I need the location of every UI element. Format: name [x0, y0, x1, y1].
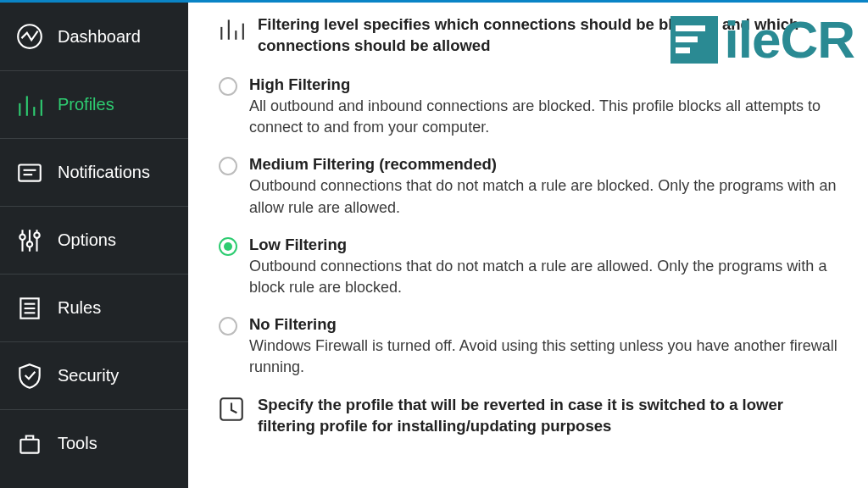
radio-medium[interactable]	[219, 157, 237, 175]
radio-low[interactable]	[219, 237, 237, 256]
filtering-level-title: Filtering level specifies which connecti…	[258, 14, 844, 57]
option-title: No Filtering	[249, 315, 844, 334]
option-desc: All outbound and inbound connections are…	[249, 96, 844, 138]
sidebar: Dashboard Profiles Notifications Options…	[0, 3, 188, 488]
sidebar-item-label: Rules	[58, 298, 101, 318]
sidebar-item-notifications[interactable]: Notifications	[0, 138, 188, 206]
option-no-filtering[interactable]: No Filtering Windows Firewall is turned …	[219, 315, 844, 378]
option-medium-filtering[interactable]: Medium Filtering (recommended) Outbound …	[219, 155, 844, 218]
svg-rect-18	[20, 439, 38, 452]
rules-icon	[15, 294, 44, 323]
sidebar-item-label: Dashboard	[58, 27, 141, 47]
radio-high[interactable]	[219, 77, 237, 96]
option-title: Medium Filtering (recommended)	[249, 155, 844, 174]
revert-profile-header: Specify the profile that will be reverte…	[217, 395, 844, 437]
sidebar-item-label: Profiles	[58, 95, 114, 114]
revert-icon	[217, 395, 246, 424]
bars-icon	[217, 14, 246, 43]
shield-icon	[15, 362, 44, 391]
option-title: Low Filtering	[249, 236, 844, 254]
sidebar-item-security[interactable]: Security	[0, 341, 188, 409]
option-desc: Outbound connections that do not match a…	[249, 256, 844, 298]
sidebar-item-dashboard[interactable]: Dashboard	[0, 3, 188, 70]
sidebar-item-label: Notifications	[58, 163, 150, 182]
sidebar-item-tools[interactable]: Tools	[0, 409, 188, 477]
tools-icon	[15, 430, 44, 458]
option-title: High Filtering	[249, 75, 844, 94]
svg-point-9	[19, 234, 25, 239]
radio-none[interactable]	[219, 317, 237, 336]
options-icon	[15, 226, 44, 255]
filtering-level-header: Filtering level specifies which connecti…	[217, 14, 844, 57]
profiles-icon	[15, 91, 44, 119]
sidebar-item-options[interactable]: Options	[0, 206, 188, 274]
filtering-options: High Filtering All outbound and inbound …	[219, 75, 844, 379]
notifications-icon	[15, 158, 44, 187]
dashboard-icon	[15, 22, 44, 51]
sidebar-item-label: Tools	[58, 434, 97, 453]
svg-point-11	[27, 241, 32, 247]
sidebar-item-label: Options	[58, 230, 116, 250]
revert-profile-title: Specify the profile that will be reverte…	[258, 395, 844, 437]
svg-rect-5	[19, 164, 41, 180]
option-desc: Windows Firewall is turned off. Avoid us…	[249, 336, 844, 378]
option-desc: Outbound connections that do not match a…	[249, 175, 844, 218]
option-low-filtering[interactable]: Low Filtering Outbound connections that …	[219, 236, 844, 298]
svg-point-13	[34, 232, 39, 237]
sidebar-item-label: Security	[58, 366, 119, 385]
sidebar-item-rules[interactable]: Rules	[0, 274, 188, 341]
sidebar-item-profiles[interactable]: Profiles	[0, 70, 188, 138]
option-high-filtering[interactable]: High Filtering All outbound and inbound …	[219, 75, 844, 138]
main-panel: ileCR Filtering level specifies which co…	[188, 3, 868, 488]
